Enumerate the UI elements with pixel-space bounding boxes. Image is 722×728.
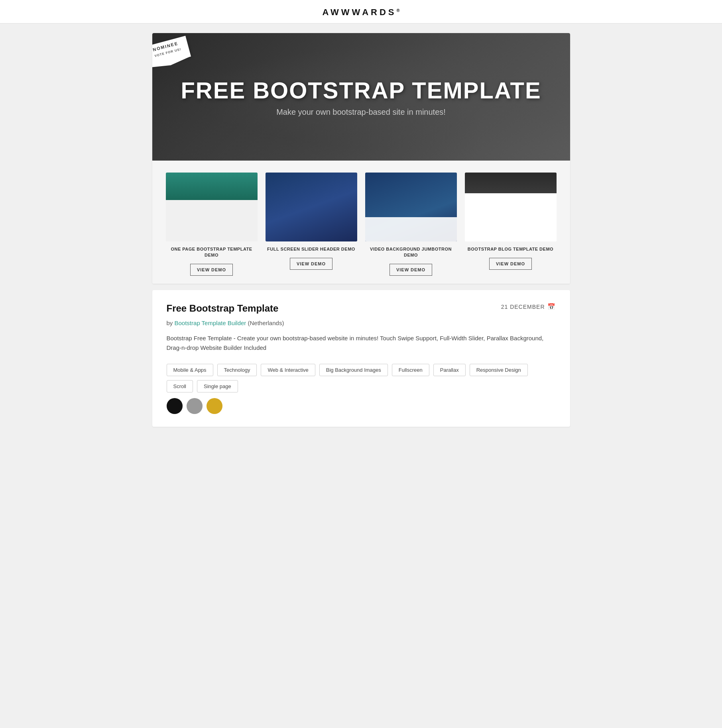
tag-item[interactable]: Fullscreen xyxy=(392,364,429,376)
demo-item-demo-4: BOOTSTRAP BLOG TEMPLATE DEMO VIEW DEMO xyxy=(461,173,561,276)
author-link[interactable]: Bootstrap Template Builder xyxy=(175,320,246,326)
colors-row xyxy=(167,398,556,414)
demo-thumbnail xyxy=(266,173,357,241)
by-label: by xyxy=(167,320,173,326)
demo-item-demo-1: ONE PAGE BOOTSTRAP TEMPLATE DEMO VIEW DE… xyxy=(162,173,262,276)
tag-item[interactable]: Web & Interactive xyxy=(261,364,315,376)
hero-banner: NOMINEE VOTE FOR US! FREE BOOTSTRAP TEMP… xyxy=(152,33,570,161)
preview-card: NOMINEE VOTE FOR US! FREE BOOTSTRAP TEMP… xyxy=(152,33,570,284)
demo-label: FULL SCREEN SLIDER HEADER DEMO xyxy=(266,246,357,252)
demo-thumbnail xyxy=(365,173,457,241)
demo-thumbnail xyxy=(166,173,258,241)
tag-item[interactable]: Scroll xyxy=(167,380,193,392)
info-header: Free Bootstrap Template 21 DECEMBER 📅 xyxy=(167,303,556,314)
site-header: AWWWARDS® xyxy=(0,0,722,24)
tag-item[interactable]: Parallax xyxy=(433,364,466,376)
demo-label: VIDEO BACKGROUND JUMBOTRON DEMO xyxy=(365,246,457,259)
main-container: NOMINEE VOTE FOR US! FREE BOOTSTRAP TEMP… xyxy=(146,33,576,427)
ribbon-shape: NOMINEE VOTE FOR US! xyxy=(152,36,191,68)
hero-title: FREE BOOTSTRAP TEMPLATE xyxy=(181,77,541,104)
tag-item[interactable]: Responsive Design xyxy=(470,364,528,376)
demo-grid: ONE PAGE BOOTSTRAP TEMPLATE DEMO VIEW DE… xyxy=(152,161,570,284)
hero-subtitle: Make your own bootstrap-based site in mi… xyxy=(276,108,446,117)
info-card: Free Bootstrap Template 21 DECEMBER 📅 by… xyxy=(152,290,570,427)
tag-item[interactable]: Single page xyxy=(197,380,238,392)
demo-view-button[interactable]: VIEW DEMO xyxy=(190,264,233,276)
demo-item-demo-3: VIDEO BACKGROUND JUMBOTRON DEMO VIEW DEM… xyxy=(361,173,461,276)
demo-view-button[interactable]: VIEW DEMO xyxy=(390,264,432,276)
tag-item[interactable]: Big Background Images xyxy=(319,364,388,376)
nominee-ribbon: NOMINEE VOTE FOR US! xyxy=(152,41,189,63)
tag-item[interactable]: Mobile & Apps xyxy=(167,364,213,376)
color-swatch-gray[interactable] xyxy=(187,398,203,414)
project-date: 21 DECEMBER 📅 xyxy=(501,303,556,310)
author-location: (Netherlands) xyxy=(248,320,284,326)
demo-view-button[interactable]: VIEW DEMO xyxy=(489,258,532,270)
project-title: Free Bootstrap Template xyxy=(167,303,279,314)
date-text: 21 DECEMBER xyxy=(501,304,545,310)
site-logo: AWWWARDS® xyxy=(0,7,722,18)
color-swatch-yellow[interactable] xyxy=(207,398,222,414)
logo-sup: ® xyxy=(396,8,399,13)
demo-label: BOOTSTRAP BLOG TEMPLATE DEMO xyxy=(465,246,557,252)
tags-row: Mobile & AppsTechnologyWeb & Interactive… xyxy=(167,364,556,392)
calendar-icon: 📅 xyxy=(547,303,556,310)
demo-label: ONE PAGE BOOTSTRAP TEMPLATE DEMO xyxy=(166,246,258,259)
tag-item[interactable]: Technology xyxy=(217,364,257,376)
demo-item-demo-2: FULL SCREEN SLIDER HEADER DEMO VIEW DEMO xyxy=(262,173,361,276)
project-author: by Bootstrap Template Builder (Netherlan… xyxy=(167,320,556,326)
project-description: Bootstrap Free Template - Create your ow… xyxy=(167,334,556,353)
demo-thumbnail xyxy=(465,173,557,241)
logo-text: AWWWARDS xyxy=(322,7,396,17)
color-swatch-black[interactable] xyxy=(167,398,183,414)
demo-view-button[interactable]: VIEW DEMO xyxy=(290,258,332,270)
